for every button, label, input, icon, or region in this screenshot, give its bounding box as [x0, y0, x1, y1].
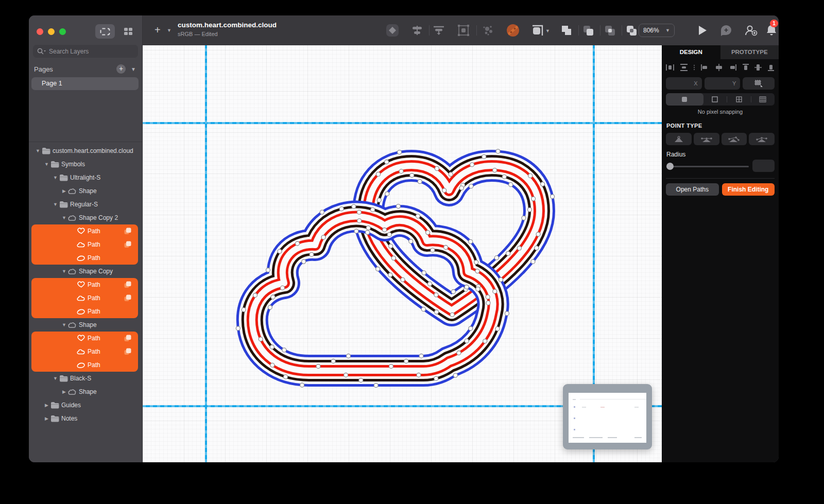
layer-item-path-selected[interactable]: Path	[31, 224, 138, 238]
vector-point[interactable]	[465, 285, 469, 289]
vector-point[interactable]	[302, 259, 306, 264]
align-middle-vertical-icon[interactable]	[754, 64, 762, 71]
vector-point[interactable]	[434, 376, 438, 380]
align-button[interactable]	[431, 23, 447, 38]
point-type-mirrored-button[interactable]	[694, 133, 719, 145]
vector-point[interactable]	[469, 326, 473, 331]
tree-chevron-right-icon[interactable]: ▶	[43, 403, 50, 408]
vector-point[interactable]	[396, 204, 400, 208]
vector-point[interactable]	[435, 166, 439, 170]
vector-point[interactable]	[536, 232, 540, 236]
canvas[interactable]	[143, 45, 662, 462]
comment-button[interactable]	[718, 23, 734, 38]
layer-item[interactable]: ▼Shape	[29, 318, 142, 332]
vector-point[interactable]	[320, 210, 324, 214]
insert-chevron-icon[interactable]: ▼	[167, 28, 171, 33]
vector-point[interactable]	[486, 295, 490, 299]
vector-point[interactable]	[426, 231, 430, 235]
union-button[interactable]	[559, 23, 574, 38]
snap-half-pixel-option[interactable]	[727, 93, 750, 106]
tree-chevron-down-icon[interactable]: ▼	[52, 202, 59, 207]
vector-point[interactable]	[551, 195, 555, 199]
vector-point[interactable]	[502, 175, 506, 179]
edit-vector-button[interactable]	[505, 23, 521, 38]
vector-point[interactable]	[331, 359, 335, 363]
vector-point[interactable]	[422, 271, 426, 275]
vector-point[interactable]	[495, 327, 500, 331]
snap-pixel-option[interactable]	[703, 93, 727, 106]
radius-slider-thumb[interactable]	[666, 163, 674, 170]
vector-point[interactable]	[419, 354, 423, 358]
minimize-window-button[interactable]	[48, 28, 55, 35]
add-page-button[interactable]: +	[116, 64, 126, 74]
layer-item[interactable]: ▼Ultralight-S	[29, 171, 142, 184]
layer-item-path-selected[interactable]: Path	[31, 278, 138, 291]
vector-point[interactable]	[475, 269, 479, 273]
tree-chevron-right-icon[interactable]: ▶	[60, 389, 68, 394]
point-type-straight-button[interactable]	[666, 133, 692, 145]
vector-point[interactable]	[374, 384, 378, 388]
vector-point[interactable]	[284, 375, 288, 379]
distribute-horizontally-icon[interactable]	[666, 64, 674, 71]
tree-chevron-down-icon[interactable]: ▼	[60, 269, 68, 274]
zoom-window-button[interactable]	[59, 28, 66, 35]
preview-window[interactable]	[563, 384, 652, 449]
vector-point[interactable]	[398, 150, 402, 154]
vector-point[interactable]	[385, 160, 389, 164]
vector-point[interactable]	[486, 301, 490, 305]
vector-point[interactable]	[383, 228, 387, 232]
vector-point[interactable]	[357, 210, 361, 214]
vector-point[interactable]	[377, 198, 381, 202]
zoom-level-dropdown[interactable]: 806% ▼	[639, 24, 675, 37]
vector-point[interactable]	[531, 259, 535, 264]
y-position-field[interactable]: Y	[705, 77, 741, 90]
size-field[interactable]	[743, 77, 775, 90]
scatter-points-button[interactable]	[480, 23, 496, 38]
tree-chevron-down-icon[interactable]: ▼	[52, 175, 59, 180]
vector-point[interactable]	[421, 307, 425, 311]
vector-point[interactable]	[366, 230, 370, 234]
tab-design[interactable]: DESIGN	[662, 45, 720, 59]
vector-point[interactable]	[499, 277, 503, 282]
search-input[interactable]	[49, 48, 121, 55]
vector-point[interactable]	[376, 267, 380, 271]
vector-point[interactable]	[282, 348, 286, 352]
align-center-horizontal-icon[interactable]	[715, 64, 723, 71]
vector-point[interactable]	[259, 337, 263, 341]
point-type-asymmetric-button[interactable]	[722, 133, 747, 145]
tree-chevron-right-icon[interactable]: ▶	[43, 416, 50, 421]
vector-point[interactable]	[451, 290, 455, 294]
vector-point[interactable]	[528, 173, 533, 178]
x-position-field[interactable]: X	[666, 77, 702, 90]
vector-point[interactable]	[270, 363, 274, 367]
vector-point[interactable]	[416, 214, 420, 218]
vector-point[interactable]	[435, 310, 439, 314]
vector-point[interactable]	[459, 186, 464, 190]
vector-point[interactable]	[404, 359, 408, 363]
vector-point[interactable]	[496, 149, 500, 153]
vector-point[interactable]	[517, 246, 521, 250]
tab-prototype[interactable]: PROTOTYPE	[720, 45, 779, 59]
layer-item-path-selected[interactable]: Path	[31, 332, 138, 345]
page-item[interactable]: Page 1	[31, 77, 139, 90]
vector-point[interactable]	[310, 252, 314, 256]
vector-point[interactable]	[401, 277, 405, 282]
vector-point[interactable]	[442, 188, 447, 193]
pages-collapse-chevron-icon[interactable]: ▼	[131, 66, 136, 72]
vector-point[interactable]	[300, 383, 304, 387]
tree-chevron-down-icon[interactable]: ▼	[52, 376, 59, 381]
vector-point[interactable]	[389, 244, 393, 248]
layer-item[interactable]: ▼custom.heart.combined.cloud	[29, 144, 142, 158]
vector-point[interactable]	[321, 235, 325, 239]
align-top-icon[interactable]	[742, 64, 749, 71]
vector-point[interactable]	[253, 293, 258, 298]
vector-point[interactable]	[509, 183, 513, 187]
vector-point[interactable]	[470, 163, 474, 167]
vector-point[interactable]	[428, 282, 432, 286]
layer-item[interactable]: ▶Shape	[29, 385, 142, 398]
vector-point[interactable]	[354, 229, 358, 233]
vector-point[interactable]	[376, 172, 381, 176]
vector-point[interactable]	[505, 311, 509, 316]
layer-item[interactable]: ▶Guides	[29, 398, 142, 412]
tree-chevron-right-icon[interactable]: ▶	[60, 188, 68, 194]
